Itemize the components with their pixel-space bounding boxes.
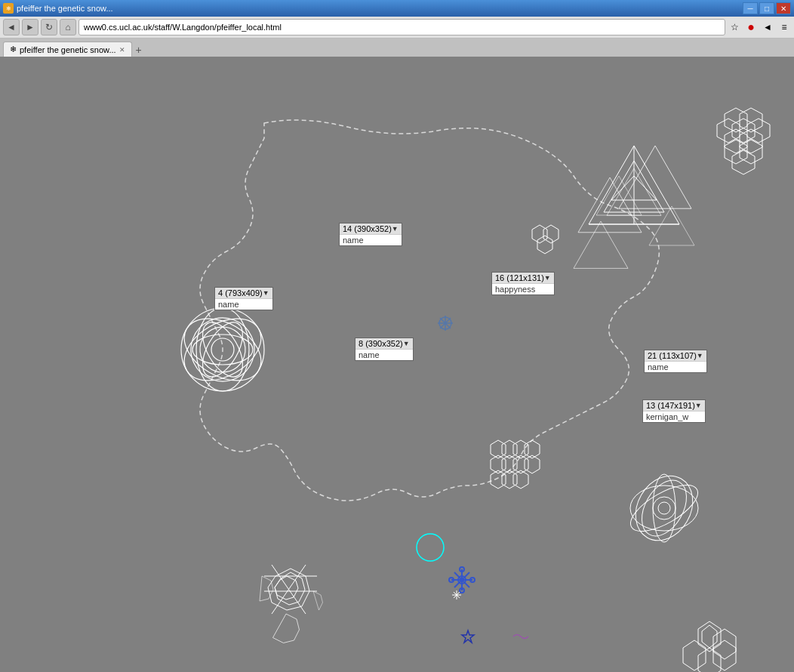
svg-marker-5 [717, 119, 740, 143]
flake-21-name[interactable]: name [645, 362, 706, 372]
close-button[interactable]: ✕ [776, 2, 791, 14]
svg-marker-60 [543, 225, 559, 243]
svg-marker-6 [747, 119, 770, 143]
svg-marker-81 [698, 621, 721, 652]
flake-4-title: 4 (793x409) ▼ [215, 288, 272, 299]
flake-14-label: 14 (390x352) [343, 224, 392, 233]
svg-marker-2 [725, 129, 747, 153]
flake-16-dropdown[interactable]: ▼ [544, 274, 551, 282]
flake-4-dropdown[interactable]: ▼ [263, 289, 269, 297]
svg-point-29 [192, 334, 253, 365]
home-button[interactable]: ⌂ [60, 19, 76, 35]
flake-16-title: 16 (121x131) ▼ [492, 273, 554, 284]
flake-8-dropdown[interactable]: ▼ [403, 340, 410, 347]
svg-marker-50 [313, 591, 323, 610]
forward-button[interactable]: ► [22, 19, 38, 35]
svg-marker-31 [491, 440, 506, 458]
flake-21-label: 21 (113x107) [648, 351, 697, 360]
purple-squiggle [513, 635, 528, 639]
svg-marker-34 [491, 455, 506, 473]
menu-icon[interactable]: ≡ [777, 20, 791, 34]
browser-icons: ☆ ● ◄ ≡ [728, 20, 791, 34]
active-tab[interactable]: ❄ pfeiffer the genetic snow... ✕ [3, 42, 132, 57]
svg-marker-84 [698, 648, 721, 672]
svg-marker-49 [273, 614, 300, 643]
svg-marker-86 [683, 640, 706, 670]
back-button[interactable]: ◄ [3, 19, 20, 35]
tab-bar: ❄ pfeiffer the genetic snow... ✕ + [0, 39, 794, 57]
flake-13: 13 (147x191) ▼ kernigan_w [642, 399, 706, 423]
svg-marker-43 [275, 572, 305, 605]
svg-point-75 [460, 567, 464, 572]
svg-point-72 [470, 578, 475, 582]
flake-13-name[interactable]: kernigan_w [643, 412, 705, 422]
minimize-button[interactable]: ─ [743, 2, 758, 14]
svg-marker-11 [604, 161, 664, 212]
flake-13-title: 13 (147x191) ▼ [643, 400, 705, 412]
svg-marker-51 [260, 576, 273, 601]
address-bar[interactable] [78, 19, 725, 35]
svg-marker-19 [607, 168, 661, 215]
flake-21: 21 (113x107) ▼ name [644, 350, 707, 373]
flake-16-label: 16 (121x131) [495, 273, 544, 282]
svg-marker-20 [596, 176, 642, 215]
svg-point-71 [458, 576, 466, 584]
svg-marker-8 [740, 140, 762, 164]
svg-marker-59 [532, 225, 547, 243]
flake-4: 4 (793x409) ▼ name [214, 287, 273, 310]
svg-marker-39 [513, 470, 528, 489]
addon-icon[interactable]: ● [744, 20, 758, 34]
svg-marker-61 [537, 236, 552, 254]
reload-button[interactable]: ↻ [41, 19, 57, 35]
svg-point-62 [439, 317, 451, 329]
svg-point-26 [174, 306, 272, 393]
svg-point-74 [460, 588, 464, 593]
svg-marker-9 [732, 150, 755, 174]
flake-8-label: 8 (390x352) [359, 339, 403, 348]
svg-marker-40 [525, 440, 540, 458]
svg-line-66 [440, 318, 451, 328]
arrow-icon[interactable]: ◄ [761, 20, 774, 34]
svg-point-58 [658, 502, 670, 514]
page-content: Go Pause Tumble flat XBM PNG [0, 57, 794, 672]
flake-16-name[interactable]: happyness [492, 284, 554, 294]
svg-marker-4 [732, 119, 755, 143]
svg-marker-85 [713, 640, 736, 670]
svg-marker-0 [725, 108, 747, 132]
svg-point-73 [449, 578, 454, 582]
maximize-button[interactable]: □ [759, 2, 774, 14]
svg-point-25 [196, 308, 249, 391]
svg-marker-1 [740, 108, 762, 132]
flake-8-name[interactable]: name [355, 350, 413, 360]
svg-point-52 [630, 486, 698, 531]
tab-close-button[interactable]: ✕ [119, 46, 125, 54]
dark-star [462, 630, 474, 643]
svg-point-54 [624, 476, 705, 541]
svg-marker-10 [589, 146, 679, 224]
window-title: pfeiffer the genetic snow... [17, 4, 113, 13]
svg-marker-32 [502, 440, 517, 458]
svg-line-70 [454, 572, 469, 587]
svg-line-65 [440, 318, 451, 328]
svg-point-56 [632, 473, 695, 544]
svg-point-30 [211, 338, 234, 361]
svg-marker-16 [574, 221, 628, 268]
flake-21-dropdown[interactable]: ▼ [697, 352, 703, 359]
flake-14-dropdown[interactable]: ▼ [392, 225, 399, 233]
bookmark-icon[interactable]: ☆ [728, 20, 741, 34]
svg-marker-80 [462, 630, 474, 643]
title-bar: ❄ pfeiffer the genetic snow... ─ □ ✕ [0, 0, 794, 17]
svg-marker-12 [611, 176, 657, 200]
svg-point-24 [174, 306, 272, 393]
svg-point-57 [653, 497, 676, 519]
svg-line-79 [454, 592, 460, 598]
flake-8-title: 8 (390x352) ▼ [355, 338, 413, 350]
svg-marker-3 [740, 129, 762, 153]
new-tab-button[interactable]: + [132, 43, 146, 57]
svg-point-23 [191, 318, 255, 382]
flake-13-dropdown[interactable]: ▼ [695, 402, 702, 409]
svg-marker-13 [619, 146, 691, 208]
flake-14-name[interactable]: name [340, 235, 402, 245]
white-snowflake-small [452, 590, 461, 600]
flake-4-name[interactable]: name [215, 299, 272, 310]
